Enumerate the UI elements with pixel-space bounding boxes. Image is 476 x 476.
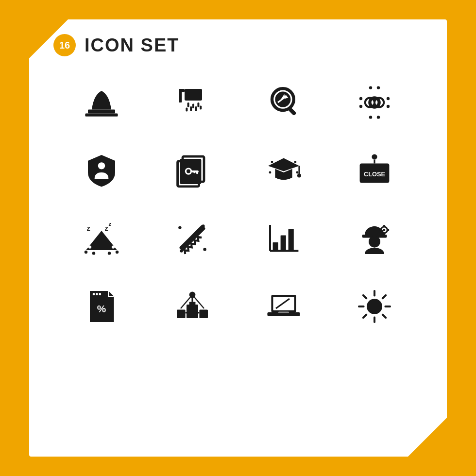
svg-rect-5 (187, 102, 189, 107)
svg-point-80 (99, 293, 101, 295)
svg-point-70 (369, 236, 380, 247)
svg-point-30 (98, 162, 105, 169)
svg-rect-84 (200, 309, 208, 318)
svg-rect-82 (189, 302, 196, 305)
search-magnify-icon (240, 71, 327, 134)
svg-rect-0 (88, 109, 115, 113)
svg-point-96 (367, 299, 382, 314)
svg-point-44 (269, 171, 271, 174)
svg-rect-8 (190, 106, 192, 111)
svg-point-46 (372, 154, 377, 159)
stage-platform-icon (58, 71, 145, 134)
svg-point-45 (296, 171, 298, 174)
svg-point-20 (359, 97, 362, 100)
laptop-icon (240, 275, 327, 338)
svg-point-43 (294, 161, 296, 163)
sun-icon (332, 275, 418, 338)
svg-rect-10 (186, 107, 188, 111)
svg-rect-38 (194, 170, 196, 173)
svg-point-27 (377, 116, 380, 119)
svg-point-73 (383, 225, 386, 227)
settings-controls-icon (332, 71, 418, 134)
svg-rect-66 (272, 242, 278, 251)
svg-rect-37 (196, 170, 198, 174)
icons-grid: CLOSE z z z (29, 66, 447, 357)
svg-point-23 (387, 105, 390, 108)
svg-point-26 (369, 116, 372, 119)
bar-chart-icon (240, 207, 327, 270)
svg-point-41 (297, 173, 301, 177)
discount-file-icon: % (58, 275, 145, 338)
svg-line-104 (363, 315, 366, 318)
shower-icon (150, 71, 236, 134)
svg-point-74 (383, 233, 386, 235)
svg-rect-1 (85, 113, 118, 116)
svg-text:z: z (86, 224, 90, 232)
city-network-icon (150, 275, 236, 338)
svg-line-103 (383, 295, 386, 298)
svg-point-72 (383, 229, 386, 231)
svg-text:z: z (104, 224, 108, 232)
svg-point-58 (108, 252, 111, 255)
svg-rect-67 (280, 236, 286, 251)
svg-point-54 (112, 245, 115, 248)
corner-decoration-br (408, 418, 447, 457)
main-card: 16 ICON SET (29, 19, 447, 457)
svg-point-57 (92, 252, 95, 255)
svg-text:z: z (108, 221, 111, 227)
svg-point-35 (187, 170, 190, 173)
svg-rect-4 (179, 89, 182, 102)
svg-line-101 (363, 295, 366, 298)
svg-point-75 (379, 229, 382, 231)
svg-point-53 (88, 245, 91, 248)
key-files-icon (150, 139, 236, 202)
header: 16 ICON SET (29, 19, 447, 66)
svg-point-78 (92, 293, 95, 295)
svg-point-79 (96, 293, 98, 295)
svg-point-60 (178, 226, 181, 229)
svg-rect-83 (177, 309, 186, 318)
corner-decoration-tl (29, 19, 68, 58)
svg-line-102 (383, 315, 386, 318)
svg-point-42 (271, 161, 273, 163)
security-shield-icon (58, 139, 145, 202)
svg-point-55 (85, 251, 87, 254)
svg-rect-95 (278, 311, 289, 313)
svg-rect-6 (192, 103, 194, 108)
svg-point-61 (204, 248, 206, 251)
sleeping-icon: z z z (58, 207, 145, 270)
svg-point-24 (369, 86, 372, 89)
svg-point-76 (387, 229, 390, 231)
svg-point-22 (387, 97, 390, 100)
svg-point-62 (202, 224, 204, 227)
svg-text:%: % (97, 303, 106, 314)
svg-rect-7 (198, 102, 200, 107)
svg-marker-39 (268, 158, 299, 171)
svg-rect-68 (288, 229, 293, 251)
graduation-cap-icon (240, 139, 327, 202)
svg-text:CLOSE: CLOSE (364, 170, 386, 178)
svg-point-21 (359, 105, 362, 108)
svg-rect-9 (195, 106, 197, 111)
engineer-icon (332, 207, 418, 270)
svg-point-63 (180, 249, 183, 252)
svg-rect-2 (185, 89, 202, 101)
svg-point-25 (377, 86, 380, 89)
svg-rect-11 (200, 105, 202, 109)
page-title: ICON SET (85, 35, 179, 56)
svg-point-56 (116, 251, 119, 254)
close-sign-icon: CLOSE (332, 139, 418, 202)
saw-tool-icon (150, 207, 236, 270)
svg-rect-81 (187, 305, 198, 318)
